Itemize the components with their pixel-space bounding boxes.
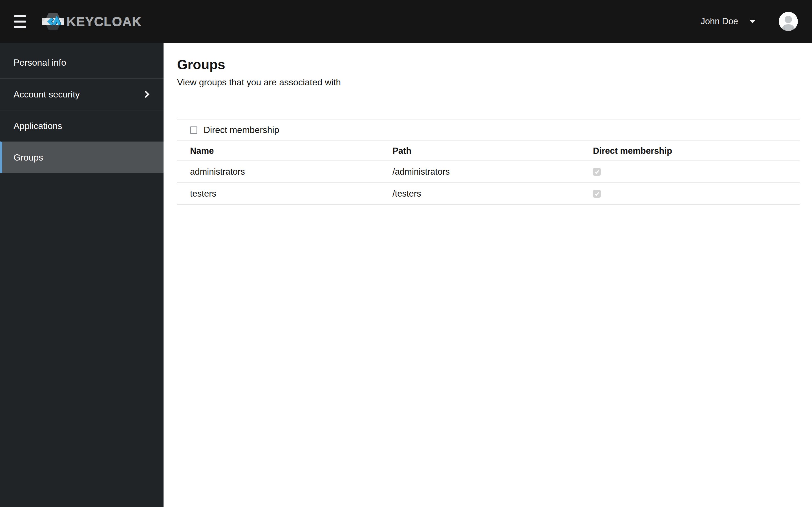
sidebar-nav: Personal info Account security Applicati… xyxy=(0,43,163,507)
table-toolbar: Direct membership xyxy=(177,119,800,140)
groups-table: Name Path Direct membership administrato… xyxy=(177,140,800,205)
nav-list: Personal info Account security Applicati… xyxy=(0,43,163,173)
column-header-name: Name xyxy=(190,146,393,156)
direct-membership-checkbox[interactable] xyxy=(190,126,197,134)
sidebar-item-label: Account security xyxy=(13,89,80,100)
main-content: Groups View groups that you are associat… xyxy=(163,43,812,507)
sidebar-item-label: Groups xyxy=(13,152,43,163)
avatar[interactable] xyxy=(779,12,798,31)
group-name: administrators xyxy=(190,167,393,177)
hamburger-icon xyxy=(14,15,26,17)
column-header-path: Path xyxy=(393,146,593,156)
user-menu-button[interactable]: John Doe xyxy=(701,16,756,26)
sidebar-item-groups[interactable]: Groups xyxy=(0,142,163,173)
checkmark-icon xyxy=(594,191,600,196)
sidebar-item-label: Personal info xyxy=(13,57,66,68)
caret-down-icon xyxy=(749,20,756,23)
sidebar-item-applications[interactable]: Applications xyxy=(0,110,163,142)
page-subtitle: View groups that you are associated with xyxy=(177,75,800,89)
nav-toggle-button[interactable] xyxy=(14,15,26,28)
sidebar-item-label: Applications xyxy=(13,121,62,131)
sidebar-item-personal-info[interactable]: Personal info xyxy=(0,47,163,78)
user-name: John Doe xyxy=(701,16,738,26)
person-icon xyxy=(784,16,792,23)
page-title: Groups xyxy=(177,56,800,73)
masthead: KEYCLOAK John Doe xyxy=(0,0,812,43)
direct-membership-label[interactable]: Direct membership xyxy=(204,125,280,135)
group-path: /testers xyxy=(393,189,593,199)
column-header-direct-membership: Direct membership xyxy=(593,146,786,156)
checkmark-icon xyxy=(594,169,600,175)
table-header-row: Name Path Direct membership xyxy=(177,140,800,161)
brand[interactable]: KEYCLOAK xyxy=(42,12,142,31)
group-name: testers xyxy=(190,189,393,199)
sidebar-item-account-security[interactable]: Account security xyxy=(0,78,163,110)
keycloak-logo-icon xyxy=(42,12,64,31)
chevron-right-icon xyxy=(142,91,149,98)
direct-membership-checked-checkbox xyxy=(593,190,601,198)
group-path: /administrators xyxy=(393,167,593,177)
table-row: administrators /administrators xyxy=(177,161,800,183)
table-row: testers /testers xyxy=(177,183,800,205)
brand-text: KEYCLOAK xyxy=(66,14,142,29)
direct-membership-checked-checkbox xyxy=(593,168,601,176)
